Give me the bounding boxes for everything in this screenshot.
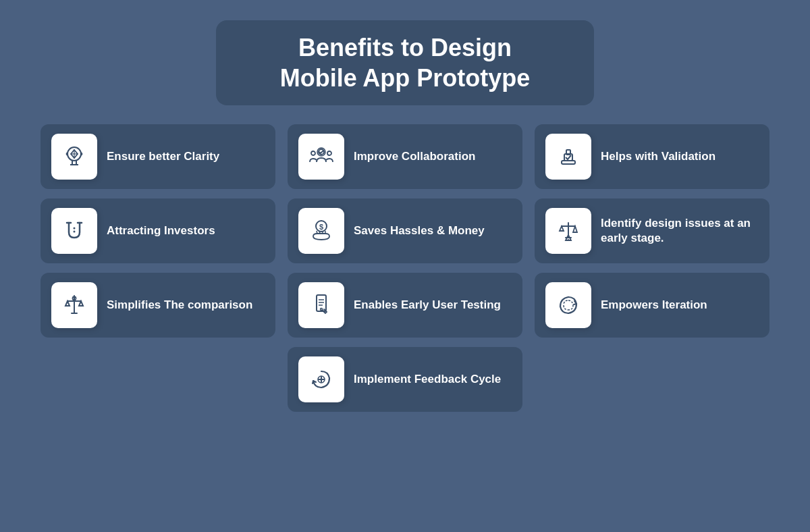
card-empowers-iteration: Empowers Iteration <box>535 273 770 338</box>
feedback-icon <box>298 356 344 402</box>
svg-point-27 <box>568 239 569 240</box>
card-label: Attracting Investors <box>107 223 215 238</box>
alert-icon <box>545 208 591 254</box>
title-box: Benefits to Design Mobile App Prototype <box>216 20 594 105</box>
card-label: Simplifies The comparison <box>107 298 252 313</box>
svg-point-8 <box>311 151 315 155</box>
collab-icon <box>298 134 344 180</box>
card-label: Ensure better Clarity <box>107 149 219 164</box>
card-label: Implement Feedback Cycle <box>354 372 501 387</box>
svg-line-21 <box>319 231 320 234</box>
page-title: Benefits to Design Mobile App Prototype <box>256 32 554 93</box>
card-label: Improve Collaboration <box>354 149 475 164</box>
benefits-grid: Ensure better Clarity Improve Collaborat… <box>40 124 770 412</box>
card-label: Saves Hassles & Money <box>354 223 485 238</box>
stamp-icon <box>545 134 591 180</box>
magnet-icon <box>51 208 97 254</box>
money-icon: $ <box>298 208 344 254</box>
card-label: Identify design issues at an early stage… <box>601 216 759 246</box>
card-improve-collaboration: Improve Collaboration <box>288 124 522 189</box>
card-enables-early: Enables Early User Testing <box>288 273 522 338</box>
card-simplifies-comparison: Simplifies The comparison <box>40 273 275 338</box>
card-ensure-clarity: Ensure better Clarity <box>40 124 275 189</box>
card-label: Enables Early User Testing <box>354 298 501 313</box>
svg-rect-35 <box>317 295 326 311</box>
scale-icon <box>51 282 97 328</box>
card-helps-validation: Helps with Validation <box>535 124 770 189</box>
card-implement-feedback: Implement Feedback Cycle <box>288 347 522 412</box>
card-attracting-investors: Attracting Investors <box>40 198 275 263</box>
svg-line-20 <box>317 231 317 234</box>
svg-point-9 <box>327 151 331 155</box>
empty-cell-left <box>40 347 275 412</box>
card-label: Empowers Iteration <box>601 298 707 313</box>
card-identify-design: Identify design issues at an early stage… <box>535 198 770 263</box>
svg-point-40 <box>322 310 324 312</box>
svg-text:$: $ <box>319 223 323 231</box>
mobile-icon <box>298 282 344 328</box>
brain-icon <box>51 134 97 180</box>
empty-cell-right <box>535 347 770 412</box>
svg-point-17 <box>74 231 76 233</box>
card-label: Helps with Validation <box>601 149 716 164</box>
svg-point-16 <box>74 228 76 230</box>
cycle-icon <box>545 282 591 328</box>
card-saves-hassles: $ Saves Hassles & Money <box>288 198 522 263</box>
